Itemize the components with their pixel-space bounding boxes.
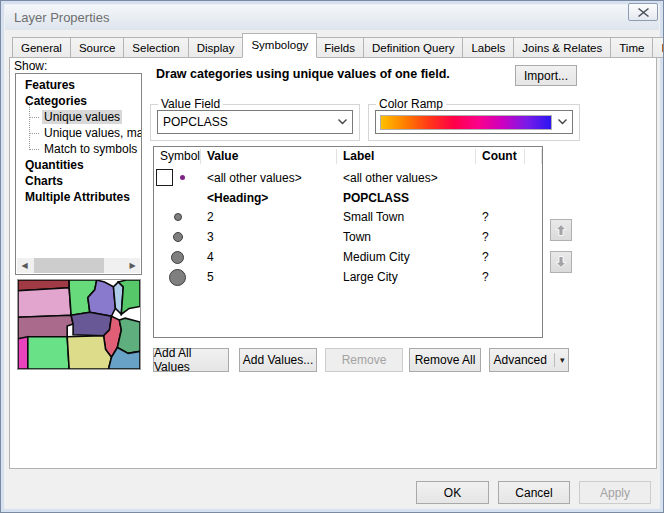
button-divider <box>554 353 555 367</box>
symbol-cell[interactable] <box>154 207 201 227</box>
tab-time[interactable]: Time <box>611 37 653 58</box>
ok-button[interactable]: OK <box>416 481 489 504</box>
color-ramp-swatch <box>380 115 552 130</box>
move-down-button[interactable] <box>550 251 572 273</box>
show-tree-items: FeaturesCategoriesUnique valuesUnique va… <box>16 74 141 205</box>
column-header-symbol[interactable]: Symbol <box>154 149 201 164</box>
scroll-left-icon[interactable]: ◀ <box>17 258 32 273</box>
tab-general[interactable]: General <box>12 37 71 58</box>
layer-properties-dialog: Layer Properties GeneralSourceSelectionD… <box>0 0 664 513</box>
point-symbol-icon[interactable] <box>171 251 184 264</box>
symbol-cell[interactable] <box>154 267 201 287</box>
tree-item-label: Unique values, many <box>42 126 142 140</box>
value-cell: 2 <box>201 210 337 224</box>
button-label: Advanced <box>494 353 547 367</box>
tab-joins-relates[interactable]: Joins & Relates <box>514 37 611 58</box>
tree-item-label: Quantities <box>23 158 86 172</box>
value-field-dropdown[interactable]: POPCLASS <box>157 110 353 134</box>
scroll-right-icon[interactable]: ▶ <box>125 258 140 273</box>
point-symbol-icon[interactable] <box>169 269 186 286</box>
tab-selection[interactable]: Selection <box>124 37 188 58</box>
column-header-count[interactable]: Count <box>476 149 525 164</box>
tree-item-label: Multiple Attributes <box>23 190 132 204</box>
map-region-indiana <box>117 318 140 353</box>
count-cell: ? <box>476 250 525 264</box>
button-label: Add All Values <box>154 346 228 374</box>
tree-item-features[interactable]: Features <box>16 77 141 93</box>
column-header-label[interactable]: Label <box>337 149 476 164</box>
color-ramp-dropdown[interactable] <box>375 110 573 134</box>
label-cell: Medium City <box>337 250 476 264</box>
column-header-value[interactable]: Value <box>201 149 337 164</box>
down-arrow-icon <box>553 254 569 270</box>
button-label: Add Values... <box>243 353 314 367</box>
value-cell: <all other values> <box>201 171 337 185</box>
point-symbol-icon[interactable] <box>173 232 183 242</box>
window-title: Layer Properties <box>14 10 109 25</box>
chevron-down-icon <box>332 119 352 125</box>
close-button[interactable] <box>628 3 658 21</box>
tab-fields[interactable]: Fields <box>316 37 364 58</box>
up-arrow-icon <box>553 222 569 238</box>
tab-html-popup[interactable]: HTML Popup <box>653 37 664 58</box>
show-tree: FeaturesCategoriesUnique valuesUnique va… <box>15 73 142 275</box>
tree-item-label: Match to symbols in a <box>42 142 142 156</box>
symbol-cell[interactable] <box>154 166 201 189</box>
import-button[interactable]: Import... <box>515 65 577 86</box>
map-region-nebraska <box>18 315 73 338</box>
label-cell: Small Town <box>337 210 476 224</box>
advanced-button[interactable]: Advanced▾ <box>489 348 569 372</box>
cancel-button[interactable]: Cancel <box>498 481 570 504</box>
tab-display[interactable]: Display <box>189 37 244 58</box>
tree-item-match-to-symbols-in-a[interactable]: Match to symbols in a <box>16 141 141 157</box>
table-row[interactable]: 2Small Town? <box>154 207 542 227</box>
scrollbar-thumb[interactable] <box>34 258 104 273</box>
tree-item-label: Features <box>23 78 77 92</box>
tab-source[interactable]: Source <box>71 37 124 58</box>
label-cell: Large City <box>337 270 476 284</box>
tree-item-charts[interactable]: Charts <box>16 173 141 189</box>
count-cell: ? <box>476 230 525 244</box>
tree-horizontal-scrollbar[interactable]: ◀ ▶ <box>17 258 140 273</box>
color-ramp-label: Color Ramp <box>376 97 446 111</box>
symbol-cell[interactable] <box>154 247 201 267</box>
tab-strip: GeneralSourceSelectionDisplaySymbologyFi… <box>12 33 664 58</box>
map-preview-image <box>18 280 140 369</box>
add-all-values-button[interactable]: Add All Values <box>153 348 229 372</box>
map-region-magenta-sliver <box>18 337 28 369</box>
menu-dropdown-icon[interactable]: ▾ <box>560 355 565 365</box>
point-symbol-icon[interactable] <box>174 213 182 221</box>
title-bar: Layer Properties <box>5 5 659 30</box>
table-header: SymbolValueLabelCount <box>154 147 542 166</box>
symbol-cell[interactable] <box>154 227 201 247</box>
column-header-spacer <box>525 149 542 164</box>
add-values-button[interactable]: Add Values... <box>239 348 317 372</box>
tab-definition-query[interactable]: Definition Query <box>364 37 463 58</box>
symbol-cell[interactable] <box>154 189 201 207</box>
table-row[interactable]: <all other values><all other values> <box>154 166 542 189</box>
table-row[interactable]: 3Town? <box>154 227 542 247</box>
all-other-values-checkbox[interactable] <box>156 169 173 186</box>
tab-symbology[interactable]: Symbology <box>242 33 317 58</box>
method-description: Draw categories using unique values of o… <box>156 67 450 81</box>
remove-button: Remove <box>325 348 403 372</box>
map-region-kansas <box>28 337 69 369</box>
value-cell: <Heading> <box>201 191 337 205</box>
tree-item-label: Unique values <box>42 110 122 124</box>
table-row[interactable]: 4Medium City? <box>154 247 542 267</box>
count-cell: ? <box>476 270 525 284</box>
move-up-button[interactable] <box>550 219 572 241</box>
label-cell: POPCLASS <box>337 191 476 205</box>
tab-labels[interactable]: Labels <box>463 37 514 58</box>
table-row[interactable]: <Heading>POPCLASS <box>154 189 542 207</box>
remove-all-button[interactable]: Remove All <box>409 348 481 372</box>
value-cell: 5 <box>201 270 337 284</box>
tree-item-multiple-attributes[interactable]: Multiple Attributes <box>16 189 141 205</box>
scrollbar-track[interactable] <box>32 258 125 273</box>
tree-item-quantities[interactable]: Quantities <box>16 157 141 173</box>
label-cell: <all other values> <box>337 171 476 185</box>
unique-values-table: SymbolValueLabelCount <all other values>… <box>153 146 543 338</box>
table-row[interactable]: 5Large City? <box>154 267 542 287</box>
apply-button: Apply <box>579 481 651 504</box>
show-label: Show: <box>14 59 47 73</box>
